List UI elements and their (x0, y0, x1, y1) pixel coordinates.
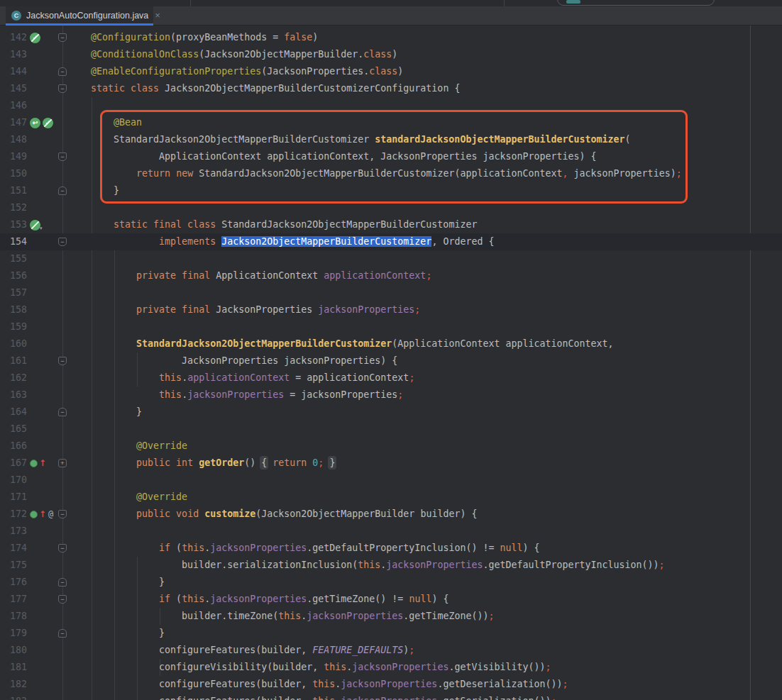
line-number[interactable]: 149 (0, 148, 27, 165)
fold-marker-collapse[interactable]: − (58, 152, 67, 161)
line-number[interactable]: 172 (0, 506, 27, 523)
code-line-text[interactable]: static class Jackson2ObjectMapperBuilder… (68, 80, 782, 97)
code-line-text[interactable]: } (68, 404, 782, 421)
line-number[interactable]: 181 (0, 659, 27, 676)
line-number[interactable]: 176 (0, 574, 27, 591)
line-number[interactable]: 145 (0, 80, 27, 97)
line-number[interactable]: 148 (0, 131, 27, 148)
line-number[interactable]: 182 (0, 676, 27, 693)
fold-marker-collapse[interactable]: − (58, 67, 67, 76)
line-number[interactable]: 155 (0, 250, 27, 267)
fold-marker-expand[interactable]: + (58, 459, 67, 467)
code-line-text[interactable]: static final class StandardJackson2Objec… (68, 216, 782, 233)
line-number[interactable]: 162 (0, 370, 27, 387)
line-number[interactable]: 158 (0, 301, 27, 318)
line-number[interactable]: 160 (0, 335, 27, 352)
override-method-icon[interactable] (30, 460, 38, 467)
line-number[interactable]: 180 (0, 642, 27, 659)
code-line-text[interactable]: public void customize(Jackson2ObjectMapp… (68, 506, 782, 523)
fold-marker-collapse[interactable]: − (58, 238, 67, 246)
line-number[interactable]: 178 (0, 608, 27, 625)
fold-marker-collapse[interactable]: − (58, 629, 67, 638)
code-line-text[interactable]: @ConditionalOnClass(Jackson2ObjectMapper… (68, 46, 782, 63)
code-line-text[interactable]: configureVisibility(builder, this.jackso… (68, 659, 782, 676)
line-number[interactable]: 179 (0, 625, 27, 642)
fold-marker-collapse[interactable]: − (58, 357, 67, 365)
fold-marker-collapse[interactable]: − (58, 578, 67, 587)
code-line-text[interactable]: configureFeatures(builder, this.jacksonP… (68, 693, 782, 700)
fold-marker-collapse[interactable]: − (58, 84, 67, 93)
line-number[interactable]: 156 (0, 267, 27, 284)
line-number[interactable]: 166 (0, 438, 27, 455)
line-number[interactable]: 151 (0, 182, 27, 199)
line-number[interactable]: 144 (0, 63, 27, 80)
line-number[interactable]: 146 (0, 97, 27, 114)
line-number[interactable]: 174 (0, 540, 27, 557)
bean-wiring-icon[interactable]: ↩ (30, 118, 40, 128)
code-line-text[interactable]: StandardJackson2ObjectMapperBuilderCusto… (68, 335, 782, 352)
line-number[interactable]: 161 (0, 352, 27, 370)
line-number[interactable]: 165 (0, 421, 27, 438)
fold-marker-collapse[interactable]: − (58, 510, 67, 518)
spring-bean-check-icon[interactable]: ✓ (43, 118, 53, 128)
fold-marker-collapse[interactable]: − (58, 187, 67, 195)
code-line-text[interactable]: return new StandardJackson2ObjectMapperB… (68, 165, 782, 182)
code-line-text[interactable]: if (this.jacksonProperties.getTimeZone()… (68, 591, 782, 608)
toolbar-widget[interactable] (557, 0, 715, 6)
code-line-text[interactable]: @Override (68, 438, 782, 455)
line-number[interactable]: 164 (0, 404, 27, 421)
line-number[interactable]: 143 (0, 46, 27, 63)
code-line-text[interactable]: builder.serializationInclusion(this.jack… (68, 557, 782, 574)
tab-close-icon[interactable]: × (155, 11, 160, 20)
code-line-text[interactable]: public int getOrder() { return 0; } (68, 455, 782, 472)
code-line-text[interactable]: } (68, 625, 782, 642)
override-up-arrow-icon[interactable]: ↑ (39, 509, 46, 519)
code-line-text[interactable]: builder.timeZone(this.jacksonProperties.… (68, 608, 782, 625)
code-line-text[interactable]: configureFeatures(builder, this.jacksonP… (68, 676, 782, 693)
line-number[interactable]: 177 (0, 591, 27, 608)
code-line-text[interactable]: @EnableConfigurationProperties(JacksonPr… (68, 63, 782, 80)
line-number[interactable]: 175 (0, 557, 27, 574)
code-line-text[interactable]: @Configuration(proxyBeanMethods = false) (68, 29, 782, 46)
editor-tab[interactable]: C JacksonAutoConfiguration.java × (6, 6, 153, 25)
spring-bean-check-icon[interactable]: ✓ (30, 33, 40, 43)
code-line-text[interactable]: @Override (68, 489, 782, 506)
line-number[interactable]: 183 (0, 693, 27, 700)
line-number[interactable]: 152 (0, 199, 27, 216)
line-number[interactable]: 142 (0, 29, 27, 46)
override-up-arrow-icon[interactable]: ↑ (39, 458, 46, 468)
chevron-down-icon[interactable]: ▾ (40, 226, 43, 231)
line-number[interactable]: 159 (0, 318, 27, 335)
annotation-at-icon[interactable]: @ (48, 509, 53, 519)
spring-bean-icon[interactable] (30, 220, 40, 230)
code-line-text[interactable]: StandardJackson2ObjectMapperBuilderCusto… (68, 131, 782, 148)
line-number[interactable]: 167 (0, 455, 27, 472)
fold-marker-collapse[interactable]: − (58, 408, 67, 416)
code-line-text[interactable]: this.jacksonProperties = jacksonProperti… (68, 387, 782, 404)
line-number[interactable]: 150 (0, 165, 27, 182)
code-line-text[interactable]: @Bean (68, 114, 782, 131)
code-line-text[interactable]: ApplicationContext applicationContext, J… (68, 148, 782, 165)
line-number[interactable]: 163 (0, 387, 27, 404)
code-line-text[interactable]: private final JacksonProperties jacksonP… (68, 301, 782, 318)
fold-marker-collapse[interactable]: − (58, 595, 67, 604)
line-number[interactable]: 153 (0, 216, 27, 233)
line-number[interactable]: 173 (0, 523, 27, 540)
line-number[interactable]: 171 (0, 489, 27, 506)
code-line-text[interactable]: if (this.jacksonProperties.getDefaultPro… (68, 540, 782, 557)
code-line-text[interactable]: implements Jackson2ObjectMapperBuilderCu… (68, 233, 782, 250)
code-line-text[interactable]: this.applicationContext = applicationCon… (68, 370, 782, 387)
code-line-text[interactable]: private final ApplicationContext applica… (68, 267, 782, 284)
code-line-text[interactable]: } (68, 182, 782, 199)
code-line-text[interactable]: } (68, 574, 782, 591)
code-line-text[interactable]: JacksonProperties jacksonProperties) { (68, 352, 782, 370)
code-line-text[interactable]: configureFeatures(builder, FEATURE_DEFAU… (68, 642, 782, 659)
line-number[interactable]: 154 (0, 233, 27, 250)
line-number[interactable]: 147 (0, 114, 27, 131)
fold-marker-collapse[interactable]: − (58, 544, 67, 552)
code-token: return (136, 168, 170, 179)
fold-marker-collapse[interactable]: − (58, 33, 67, 42)
override-method-icon[interactable] (30, 511, 38, 518)
line-number[interactable]: 157 (0, 284, 27, 301)
line-number[interactable]: 170 (0, 472, 27, 489)
